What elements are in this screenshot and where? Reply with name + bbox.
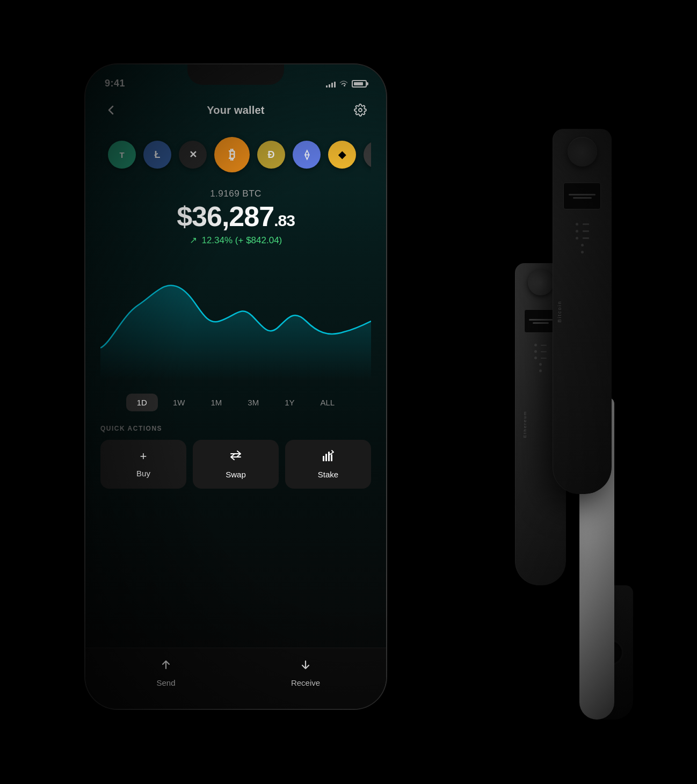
receive-label: Receive — [291, 678, 320, 687]
hw1-nav — [576, 223, 589, 253]
balance-fiat-main: $36,287 — [177, 201, 274, 232]
time-filter-1y[interactable]: 1Y — [274, 394, 305, 411]
coin-bitcoin[interactable]: ₿ — [214, 137, 250, 172]
swap-button[interactable]: Swap — [193, 440, 279, 489]
send-icon — [160, 659, 172, 674]
send-label: Send — [156, 678, 175, 687]
balance-fiat: $36,287.83 — [100, 202, 371, 230]
phone-screen: 9:41 — [85, 64, 386, 709]
chart-svg — [100, 262, 371, 380]
balance-change: ↗ 12.34% (+ $842.04) — [100, 235, 371, 246]
page-title: Your wallet — [207, 104, 264, 117]
send-button[interactable]: Send — [139, 659, 193, 687]
app-content: Your wallet T Ł ✕ ₿ Ð ⟠ — [85, 94, 386, 489]
coin-algo[interactable]: A — [364, 141, 371, 169]
balance-section: 1.9169 BTC $36,287.83 ↗ 12.34% (+ $842.0… — [100, 183, 371, 251]
coin-bnb[interactable]: ◆ — [328, 141, 356, 169]
hardware-wallet-1: Bitcoin — [553, 129, 612, 494]
stake-icon — [322, 449, 335, 464]
time-filter-1d[interactable]: 1D — [126, 394, 158, 411]
battery-icon — [352, 80, 367, 88]
time-filter-3m[interactable]: 3M — [237, 394, 270, 411]
buy-label: Buy — [136, 469, 150, 478]
svg-rect-1 — [325, 454, 327, 461]
phone-device: 9:41 — [85, 64, 386, 709]
buy-button[interactable]: + Buy — [100, 440, 186, 489]
buy-icon: + — [140, 449, 147, 463]
coin-xrp[interactable]: ✕ — [179, 141, 207, 169]
status-time: 9:41 — [105, 78, 125, 89]
balance-crypto: 1.9169 BTC — [100, 188, 371, 199]
hw2-button — [528, 270, 554, 295]
hw1-screen — [563, 183, 601, 209]
coin-eth[interactable]: ⟠ — [293, 141, 321, 169]
hw1-label: Bitcoin — [557, 300, 562, 322]
svg-rect-2 — [328, 452, 330, 461]
phone-notch — [187, 64, 284, 85]
receive-icon — [300, 659, 311, 674]
time-filter-1m[interactable]: 1M — [200, 394, 233, 411]
action-buttons: + Buy Swap — [100, 440, 371, 489]
hw2-nav — [534, 344, 547, 372]
coin-litecoin[interactable]: Ł — [143, 141, 171, 169]
swap-icon — [229, 449, 242, 464]
svg-rect-0 — [323, 456, 324, 461]
app-header: Your wallet — [100, 94, 371, 132]
hw1-button — [568, 137, 597, 166]
back-button[interactable] — [100, 99, 122, 121]
time-filter-1w[interactable]: 1W — [162, 394, 196, 411]
balance-fiat-cents: .83 — [274, 212, 295, 229]
svg-rect-3 — [331, 454, 332, 461]
bottom-bar: Send Receive — [85, 648, 386, 709]
status-icons — [326, 80, 367, 88]
wifi-icon — [339, 80, 348, 88]
stake-label: Stake — [318, 470, 338, 479]
receive-button[interactable]: Receive — [279, 659, 332, 687]
settings-button[interactable] — [350, 99, 371, 121]
scene: 9:41 — [53, 21, 644, 763]
signal-icon — [326, 80, 336, 88]
coin-tether[interactable]: T — [108, 141, 136, 169]
arrow-up-icon: ↗ — [190, 235, 197, 246]
price-chart — [100, 262, 371, 380]
quick-actions-label: QUICK ACTIONS — [100, 425, 371, 432]
coin-doge[interactable]: Ð — [257, 141, 285, 169]
hw2-label: Ethereum — [522, 411, 527, 438]
stake-button[interactable]: Stake — [285, 440, 371, 489]
crypto-coin-row: T Ł ✕ ₿ Ð ⟠ ◆ A — [100, 132, 371, 183]
time-filter-row: 1D 1W 1M 3M 1Y ALL — [100, 386, 371, 425]
swap-label: Swap — [226, 470, 246, 479]
quick-actions-section: QUICK ACTIONS + Buy Swap — [100, 425, 371, 489]
time-filter-all[interactable]: ALL — [310, 394, 346, 411]
